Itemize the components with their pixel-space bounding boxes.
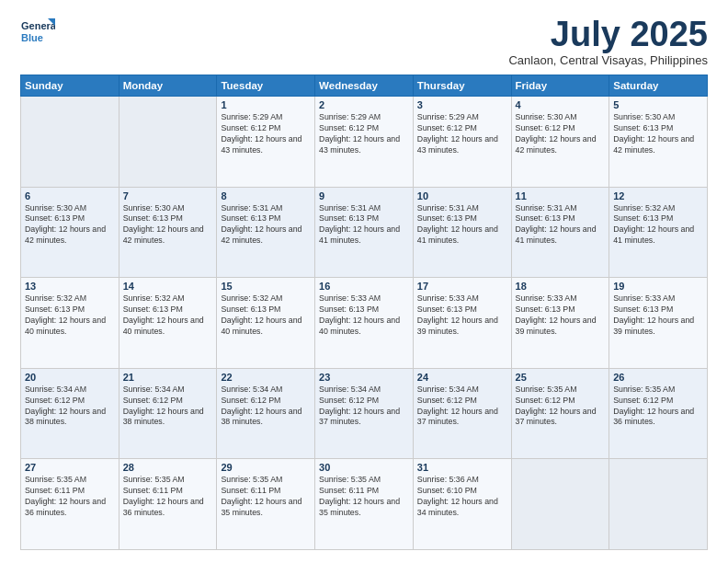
day-number: 7 [123, 190, 213, 201]
day-info: Sunrise: 5:32 AMSunset: 6:13 PMDaylight:… [123, 293, 213, 338]
day-number: 5 [613, 99, 703, 110]
calendar-cell: 19Sunrise: 5:33 AMSunset: 6:13 PMDayligh… [609, 278, 708, 369]
calendar-cell: 2Sunrise: 5:29 AMSunset: 6:12 PMDaylight… [315, 97, 414, 188]
calendar-body: 1Sunrise: 5:29 AMSunset: 6:12 PMDaylight… [21, 97, 708, 550]
weekday-header: Sunday [21, 75, 119, 97]
logo: General Blue [20, 17, 55, 52]
day-info: Sunrise: 5:33 AMSunset: 6:13 PMDaylight:… [613, 293, 703, 338]
day-info: Sunrise: 5:35 AMSunset: 6:11 PMDaylight:… [319, 475, 409, 519]
calendar-cell: 3Sunrise: 5:29 AMSunset: 6:12 PMDaylight… [413, 97, 511, 188]
day-number: 27 [25, 462, 115, 473]
day-info: Sunrise: 5:31 AMSunset: 6:13 PMDaylight:… [417, 203, 507, 247]
day-info: Sunrise: 5:34 AMSunset: 6:12 PMDaylight:… [123, 385, 213, 429]
day-number: 6 [25, 190, 115, 201]
day-info: Sunrise: 5:30 AMSunset: 6:13 PMDaylight:… [613, 112, 703, 156]
day-number: 22 [221, 372, 311, 383]
day-info: Sunrise: 5:35 AMSunset: 6:11 PMDaylight:… [25, 475, 115, 519]
day-number: 1 [221, 99, 311, 110]
day-info: Sunrise: 5:34 AMSunset: 6:12 PMDaylight:… [319, 385, 409, 429]
day-number: 23 [319, 372, 409, 383]
calendar-cell: 18Sunrise: 5:33 AMSunset: 6:13 PMDayligh… [511, 278, 609, 369]
day-number: 11 [516, 190, 606, 201]
day-number: 28 [123, 462, 213, 473]
calendar-header: SundayMondayTuesdayWednesdayThursdayFrid… [21, 75, 708, 97]
day-number: 25 [516, 372, 606, 383]
calendar-week-row: 13Sunrise: 5:32 AMSunset: 6:13 PMDayligh… [21, 278, 708, 369]
day-info: Sunrise: 5:36 AMSunset: 6:10 PMDaylight:… [417, 475, 507, 519]
day-info: Sunrise: 5:29 AMSunset: 6:12 PMDaylight:… [417, 112, 507, 156]
day-number: 17 [417, 281, 507, 292]
day-info: Sunrise: 5:30 AMSunset: 6:13 PMDaylight:… [25, 203, 115, 247]
day-info: Sunrise: 5:29 AMSunset: 6:12 PMDaylight:… [319, 112, 409, 156]
day-number: 30 [319, 462, 409, 473]
day-number: 12 [613, 190, 703, 201]
calendar-cell: 26Sunrise: 5:35 AMSunset: 6:12 PMDayligh… [609, 368, 708, 459]
calendar-cell: 21Sunrise: 5:34 AMSunset: 6:12 PMDayligh… [119, 368, 217, 459]
calendar-cell: 5Sunrise: 5:30 AMSunset: 6:13 PMDaylight… [609, 97, 708, 188]
calendar-cell: 17Sunrise: 5:33 AMSunset: 6:13 PMDayligh… [413, 278, 511, 369]
day-info: Sunrise: 5:30 AMSunset: 6:12 PMDaylight:… [516, 112, 606, 156]
calendar-cell: 23Sunrise: 5:34 AMSunset: 6:12 PMDayligh… [315, 368, 414, 459]
day-info: Sunrise: 5:33 AMSunset: 6:13 PMDaylight:… [417, 293, 507, 338]
day-number: 13 [25, 281, 115, 292]
calendar-week-row: 27Sunrise: 5:35 AMSunset: 6:11 PMDayligh… [21, 459, 708, 550]
calendar-cell: 10Sunrise: 5:31 AMSunset: 6:13 PMDayligh… [413, 187, 511, 278]
weekday-header: Tuesday [217, 75, 315, 97]
calendar-cell [21, 97, 119, 188]
weekday-header: Monday [119, 75, 217, 97]
day-number: 8 [221, 190, 311, 201]
day-number: 29 [221, 462, 311, 473]
calendar-cell: 13Sunrise: 5:32 AMSunset: 6:13 PMDayligh… [21, 278, 119, 369]
day-number: 15 [221, 281, 311, 292]
day-info: Sunrise: 5:31 AMSunset: 6:13 PMDaylight:… [516, 203, 606, 247]
weekday-header: Friday [511, 75, 609, 97]
day-number: 24 [417, 372, 507, 383]
weekday-row: SundayMondayTuesdayWednesdayThursdayFrid… [21, 75, 708, 97]
day-number: 20 [25, 372, 115, 383]
day-number: 18 [516, 281, 606, 292]
calendar-cell: 12Sunrise: 5:32 AMSunset: 6:13 PMDayligh… [609, 187, 708, 278]
day-info: Sunrise: 5:35 AMSunset: 6:12 PMDaylight:… [516, 385, 606, 429]
day-info: Sunrise: 5:33 AMSunset: 6:13 PMDaylight:… [319, 293, 409, 338]
day-number: 9 [319, 190, 409, 201]
day-number: 16 [319, 281, 409, 292]
logo-svg: General Blue [20, 17, 55, 52]
day-info: Sunrise: 5:32 AMSunset: 6:13 PMDaylight:… [221, 293, 311, 338]
calendar: SundayMondayTuesdayWednesdayThursdayFrid… [20, 75, 708, 550]
calendar-cell: 22Sunrise: 5:34 AMSunset: 6:12 PMDayligh… [217, 368, 315, 459]
day-info: Sunrise: 5:34 AMSunset: 6:12 PMDaylight:… [417, 385, 507, 429]
title-area: July 2025 Canlaon, Central Visayas, Phil… [508, 17, 708, 67]
calendar-cell: 9Sunrise: 5:31 AMSunset: 6:13 PMDaylight… [315, 187, 414, 278]
calendar-cell: 29Sunrise: 5:35 AMSunset: 6:11 PMDayligh… [217, 459, 315, 550]
calendar-cell: 11Sunrise: 5:31 AMSunset: 6:13 PMDayligh… [511, 187, 609, 278]
calendar-cell: 15Sunrise: 5:32 AMSunset: 6:13 PMDayligh… [217, 278, 315, 369]
calendar-cell: 14Sunrise: 5:32 AMSunset: 6:13 PMDayligh… [119, 278, 217, 369]
day-info: Sunrise: 5:34 AMSunset: 6:12 PMDaylight:… [25, 385, 115, 429]
calendar-cell: 30Sunrise: 5:35 AMSunset: 6:11 PMDayligh… [315, 459, 414, 550]
calendar-cell: 6Sunrise: 5:30 AMSunset: 6:13 PMDaylight… [21, 187, 119, 278]
calendar-cell: 31Sunrise: 5:36 AMSunset: 6:10 PMDayligh… [413, 459, 511, 550]
header: General Blue July 2025 Canlaon, Central … [20, 17, 708, 67]
day-info: Sunrise: 5:31 AMSunset: 6:13 PMDaylight:… [221, 203, 311, 247]
calendar-week-row: 20Sunrise: 5:34 AMSunset: 6:12 PMDayligh… [21, 368, 708, 459]
calendar-cell [609, 459, 708, 550]
calendar-cell: 8Sunrise: 5:31 AMSunset: 6:13 PMDaylight… [217, 187, 315, 278]
calendar-cell: 28Sunrise: 5:35 AMSunset: 6:11 PMDayligh… [119, 459, 217, 550]
day-number: 31 [417, 462, 507, 473]
calendar-cell: 7Sunrise: 5:30 AMSunset: 6:13 PMDaylight… [119, 187, 217, 278]
day-info: Sunrise: 5:33 AMSunset: 6:13 PMDaylight:… [516, 293, 606, 338]
calendar-week-row: 6Sunrise: 5:30 AMSunset: 6:13 PMDaylight… [21, 187, 708, 278]
month-title: July 2025 [508, 17, 708, 52]
day-info: Sunrise: 5:31 AMSunset: 6:13 PMDaylight:… [319, 203, 409, 247]
location: Canlaon, Central Visayas, Philippines [508, 53, 708, 67]
calendar-cell: 16Sunrise: 5:33 AMSunset: 6:13 PMDayligh… [315, 278, 414, 369]
calendar-cell [119, 97, 217, 188]
day-info: Sunrise: 5:29 AMSunset: 6:12 PMDaylight:… [221, 112, 311, 156]
day-number: 19 [613, 281, 703, 292]
day-info: Sunrise: 5:35 AMSunset: 6:12 PMDaylight:… [613, 385, 703, 429]
day-number: 2 [319, 99, 409, 110]
calendar-cell: 1Sunrise: 5:29 AMSunset: 6:12 PMDaylight… [217, 97, 315, 188]
day-info: Sunrise: 5:35 AMSunset: 6:11 PMDaylight:… [221, 475, 311, 519]
page: General Blue July 2025 Canlaon, Central … [0, 0, 728, 563]
day-info: Sunrise: 5:30 AMSunset: 6:13 PMDaylight:… [123, 203, 213, 247]
